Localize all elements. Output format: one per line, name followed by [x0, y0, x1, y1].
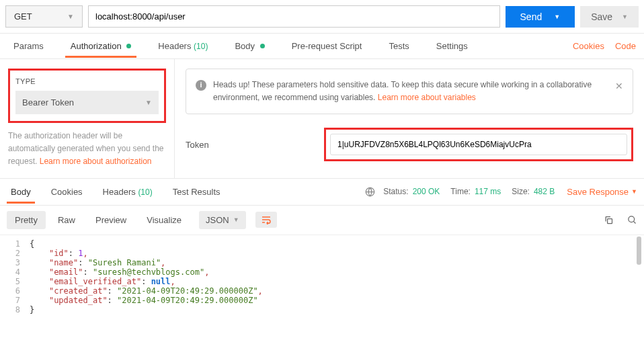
tab-authorization[interactable]: Authorization [65, 34, 137, 58]
url-input[interactable] [88, 5, 500, 28]
auth-type-value: Bearer Token [22, 97, 74, 108]
token-label: Token [186, 140, 313, 150]
info-icon: i [196, 80, 206, 91]
tab-tests[interactable]: Tests [383, 34, 414, 58]
highlight-box: TYPE Bearer Token ▼ [8, 69, 166, 123]
chevron-down-icon: ▼ [145, 99, 152, 106]
resp-tab-headers-label: Headers [103, 187, 136, 197]
size-value: 482 B [534, 187, 555, 196]
highlight-box [324, 128, 633, 161]
tab-prerequest[interactable]: Pre-request Script [286, 34, 368, 58]
info-banner-link[interactable]: Learn more about variables [378, 93, 476, 102]
tab-authorization-label: Authorization [71, 41, 122, 51]
status-dot-icon [260, 44, 265, 48]
copy-icon[interactable] [604, 215, 614, 225]
view-preview[interactable]: Preview [87, 211, 134, 229]
globe-icon[interactable] [365, 187, 375, 197]
response-time: Time: 117 ms [450, 187, 501, 196]
auth-help-link[interactable]: Learn more about authorization [40, 157, 152, 166]
time-label: Time: [450, 187, 471, 196]
json-updated: 2021-04-09T20:49:29.000000Z [122, 296, 253, 305]
tab-settings[interactable]: Settings [431, 34, 473, 58]
close-icon[interactable]: ✕ [615, 79, 623, 93]
chevron-down-icon[interactable]: ▼ [554, 13, 560, 20]
chevron-down-icon: ▼ [67, 13, 74, 20]
headers-count: (10) [194, 42, 208, 51]
status-label: Status: [383, 187, 408, 196]
svg-point-2 [629, 216, 635, 222]
save-button[interactable]: Save ▼ [580, 6, 639, 28]
resp-tab-headers[interactable]: Headers (10) [99, 180, 157, 204]
view-raw[interactable]: Raw [50, 211, 83, 229]
view-visualize[interactable]: Visualize [138, 211, 190, 229]
save-response-button[interactable]: Save Response ▼ [567, 187, 637, 197]
save-response-label: Save Response [567, 187, 629, 197]
resp-headers-count: (10) [138, 187, 152, 197]
status-dot-icon [126, 44, 131, 48]
resp-tab-testresults[interactable]: Test Results [169, 180, 225, 204]
format-value: JSON [206, 215, 229, 225]
json-email: suresh@techvblogs.com [97, 267, 200, 277]
svg-rect-1 [608, 218, 612, 223]
tab-headers-label: Headers [158, 41, 191, 51]
json-id: 1 [78, 249, 83, 258]
chevron-down-icon: ▼ [233, 216, 239, 223]
size-label: Size: [512, 187, 530, 196]
json-name: Suresh Ramani [93, 258, 156, 267]
http-method-value: GET [14, 11, 32, 22]
info-banner-text: Heads up! These parameters hold sensitiv… [213, 79, 608, 104]
time-value: 117 ms [475, 187, 501, 196]
send-button-label: Send [520, 11, 542, 22]
status-value: 200 OK [413, 187, 440, 196]
tab-params[interactable]: Params [8, 34, 49, 58]
auth-help-text: The authorization header will be automat… [8, 130, 166, 169]
chevron-down-icon[interactable]: ▼ [622, 13, 628, 20]
chevron-down-icon: ▼ [631, 188, 637, 195]
send-button[interactable]: Send ▼ [506, 6, 575, 28]
auth-type-label: TYPE [15, 77, 159, 85]
code-link[interactable]: Code [615, 41, 636, 51]
wrap-lines-button[interactable] [255, 212, 277, 228]
token-input[interactable] [330, 134, 627, 155]
cookies-link[interactable]: Cookies [573, 41, 604, 51]
tab-body[interactable]: Body [229, 34, 270, 58]
format-select[interactable]: JSON ▼ [199, 211, 246, 229]
response-body-code: 1{ 2 "id": 1, 3 "name": "Suresh Ramani",… [0, 235, 644, 325]
resp-tab-cookies[interactable]: Cookies [47, 180, 87, 204]
tab-headers[interactable]: Headers (10) [153, 34, 213, 58]
info-banner: i Heads up! These parameters hold sensit… [186, 69, 633, 114]
scrollbar-thumb[interactable] [637, 237, 641, 265]
tab-body-label: Body [235, 41, 255, 51]
response-status: Status: 200 OK [383, 187, 440, 196]
view-pretty[interactable]: Pretty [7, 211, 46, 229]
response-size: Size: 482 B [512, 187, 555, 196]
save-button-label: Save [591, 11, 612, 22]
json-created: 2021-04-09T20:49:29.000000Z [122, 286, 253, 296]
search-icon[interactable] [627, 215, 637, 225]
auth-type-select[interactable]: Bearer Token ▼ [15, 91, 159, 114]
http-method-select[interactable]: GET ▼ [5, 5, 83, 28]
resp-tab-body[interactable]: Body [7, 180, 35, 204]
